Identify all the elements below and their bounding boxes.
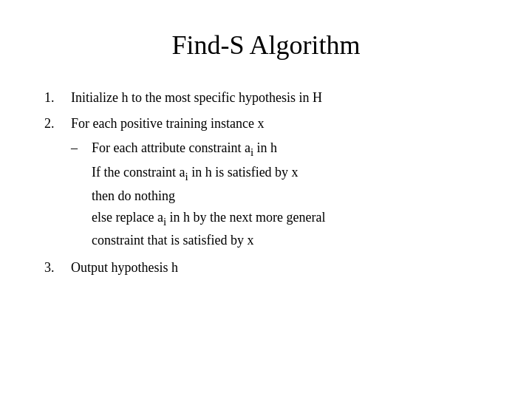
step-2-content: For each positive training instance x – … bbox=[71, 113, 488, 251]
dash-symbol: – bbox=[71, 137, 92, 161]
step-3-num: 3. bbox=[44, 257, 71, 279]
step-1-num: 1. bbox=[44, 87, 71, 109]
slide-title: Find-S Algorithm bbox=[44, 30, 488, 61]
slide: Find-S Algorithm 1. Initialize h to the … bbox=[0, 0, 532, 399]
then-line: then do nothing bbox=[92, 185, 488, 207]
step-2-num: 2. bbox=[44, 113, 71, 251]
indent-block: If the constraint ai in h is satisfied b… bbox=[92, 162, 488, 251]
if-line: If the constraint ai in h is satisfied b… bbox=[92, 162, 488, 185]
list-item-3: 3. Output hypothesis h bbox=[44, 257, 488, 279]
step-2-text: For each positive training instance x bbox=[71, 116, 264, 131]
content-area: 1. Initialize h to the most specific hyp… bbox=[44, 87, 488, 283]
sub-list: – For each attribute constraint ai in h bbox=[71, 137, 488, 161]
else-line: else replace ai in h by the next more ge… bbox=[92, 207, 488, 231]
list-item-2: 2. For each positive training instance x… bbox=[44, 113, 488, 251]
constraint-line: constraint that is satisfied by x bbox=[92, 230, 488, 251]
step-1-text: Initialize h to the most specific hypoth… bbox=[71, 87, 488, 109]
sub-line-1: For each attribute constraint ai in h bbox=[92, 137, 488, 161]
sub-content: For each attribute constraint ai in h bbox=[92, 137, 488, 161]
sub-item: – For each attribute constraint ai in h bbox=[71, 137, 488, 161]
step-3-text: Output hypothesis h bbox=[71, 257, 488, 279]
main-list: 1. Initialize h to the most specific hyp… bbox=[44, 87, 488, 279]
list-item-1: 1. Initialize h to the most specific hyp… bbox=[44, 87, 488, 109]
